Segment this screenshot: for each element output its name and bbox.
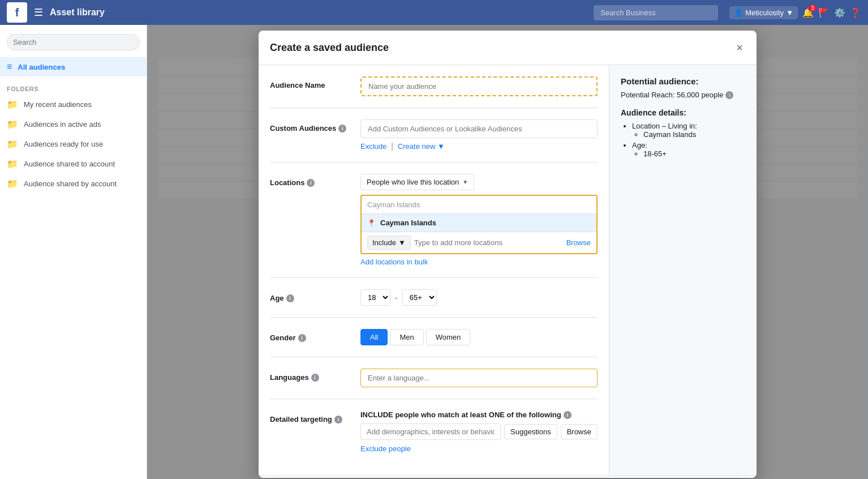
fb-logo: f xyxy=(7,2,27,23)
location-add-row: Include ▼ Browse xyxy=(362,232,596,253)
sidebar-item-ready[interactable]: 📁 Audiences ready for use xyxy=(0,134,147,154)
modal-header: Create a saved audience × xyxy=(259,31,757,65)
shared-by-icon: 📁 xyxy=(7,178,18,189)
notifications-icon[interactable]: 🔔 3 xyxy=(802,7,814,18)
gender-men-button[interactable]: Men xyxy=(390,329,423,345)
age-label: Age i xyxy=(270,294,360,302)
top-search-input[interactable] xyxy=(594,5,718,20)
gender-label-col: Gender i xyxy=(270,329,360,345)
locations-label-col: Locations i xyxy=(270,174,360,266)
folders-section: FOLDERS 📁 My recent audiences 📁 Audience… xyxy=(0,81,147,194)
audience-detail-location: Location – Living in: Cayman Islands xyxy=(632,122,745,139)
custom-audiences-label-col: Custom Audiences i xyxy=(270,119,360,151)
languages-info-icon[interactable]: i xyxy=(311,374,319,382)
sidebar-item-shared-to[interactable]: 📁 Audience shared to account xyxy=(0,154,147,174)
flag-icon[interactable]: 🚩 xyxy=(818,7,830,18)
top-nav: f ☰ Asset library 👤 Meticulosity ▼ 🔔 3 🚩… xyxy=(0,0,868,25)
exclude-link[interactable]: Exclude xyxy=(360,142,386,151)
age-info-icon[interactable]: i xyxy=(286,294,294,302)
potential-reach: Potential Reach: 56,000 people i xyxy=(621,91,745,99)
languages-input[interactable] xyxy=(360,369,598,387)
audience-name-row: Audience Name xyxy=(270,76,598,108)
locations-info-icon[interactable]: i xyxy=(307,179,315,187)
location-type-input[interactable] xyxy=(414,238,563,247)
age-min-select[interactable]: 18 21 25 30 35 40 45 50 55 xyxy=(360,289,390,306)
age-separator: - xyxy=(395,293,398,302)
detailed-targeting-label-col: Detailed targeting i xyxy=(270,410,360,453)
detailed-targeting-field-col: INCLUDE people who match at least ONE of… xyxy=(360,410,598,453)
main-content: e Created Sharing 6/2018-- 6/2018-- 5/20… xyxy=(147,25,868,479)
custom-audiences-input[interactable] xyxy=(360,119,598,138)
location-search-input-display: Cayman Islands xyxy=(362,196,596,214)
locations-label: Locations i xyxy=(270,178,360,187)
account-selector[interactable]: 👤 Meticulosity ▼ xyxy=(729,6,798,19)
location-search-box: Cayman Islands 📍 Cayman Islands Include xyxy=(360,195,598,254)
shared-to-icon: 📁 xyxy=(7,159,18,169)
sidebar-item-recent[interactable]: 📁 My recent audiences xyxy=(0,95,147,114)
languages-field-col xyxy=(360,369,598,387)
modal-close-button[interactable]: × xyxy=(734,40,745,55)
potential-audience-title: Potential audience: xyxy=(621,76,745,86)
help-icon[interactable]: ❓ xyxy=(850,7,861,18)
location-type-dropdown[interactable]: People who live this location ▼ xyxy=(360,174,474,190)
audience-details-title: Audience details: xyxy=(621,108,745,117)
suggestions-button[interactable]: Suggestions xyxy=(504,424,557,439)
age-row: Age i 18 21 25 30 xyxy=(270,289,598,318)
include-label: Include xyxy=(372,238,396,247)
custom-audiences-row: Custom Audiences i Exclude | xyxy=(270,119,598,162)
dt-input-wrap xyxy=(360,424,501,440)
all-audiences-icon: ≡ xyxy=(7,62,12,72)
detailed-targeting-info-icon[interactable]: i xyxy=(334,416,342,424)
age-controls: 18 21 25 30 35 40 45 50 55 xyxy=(360,289,598,306)
gender-label: Gender i xyxy=(270,333,360,342)
sidebar-search-input[interactable] xyxy=(7,34,140,50)
account-avatar: 👤 xyxy=(734,8,743,17)
detailed-targeting-input[interactable] xyxy=(361,424,500,439)
languages-label-col: Languages i xyxy=(270,369,360,387)
exclude-people-link[interactable]: Exclude people xyxy=(360,444,411,453)
dt-include-info-icon[interactable]: i xyxy=(564,411,571,419)
location-result-item[interactable]: 📍 Cayman Islands xyxy=(362,214,596,232)
detailed-browse-button[interactable]: Browse xyxy=(561,424,598,439)
potential-reach-info-icon[interactable]: i xyxy=(725,91,733,99)
pin-icon: 📍 xyxy=(367,219,376,227)
account-dropdown-icon: ▼ xyxy=(786,8,793,17)
languages-label: Languages i xyxy=(270,373,360,382)
audience-name-input[interactable] xyxy=(360,76,598,96)
folders-title: FOLDERS xyxy=(0,81,147,95)
create-new-link[interactable]: Create new ▼ xyxy=(398,142,445,151)
custom-audiences-field-col: Exclude | Create new ▼ xyxy=(360,119,598,151)
detailed-targeting-row: Detailed targeting i INCLUDE people who … xyxy=(270,410,598,464)
location-browse-button[interactable]: Browse xyxy=(566,238,591,247)
modal-overlay: Create a saved audience × Audience Name xyxy=(147,25,868,479)
bulk-locations-link[interactable]: Add locations in bulk xyxy=(360,258,428,266)
dt-include-text: INCLUDE people who match at least ONE of… xyxy=(360,410,598,419)
custom-audiences-label: Custom Audiences i xyxy=(270,124,360,132)
gender-row: Gender i All Men Women xyxy=(270,329,598,357)
main-layout: ≡ All audiences FOLDERS 📁 My recent audi… xyxy=(0,25,868,479)
detailed-targeting-controls: Suggestions Browse xyxy=(360,424,598,440)
audience-name-label: Audience Name xyxy=(270,81,360,89)
locations-field-col: People who live this location ▼ Cayman I… xyxy=(360,174,598,266)
custom-audiences-info-icon[interactable]: i xyxy=(338,125,346,132)
include-dropdown-icon: ▼ xyxy=(398,238,406,247)
gender-info-icon[interactable]: i xyxy=(298,334,306,342)
nav-icons: 👤 Meticulosity ▼ 🔔 3 🚩 ⚙️ ❓ xyxy=(729,6,861,19)
sidebar: ≡ All audiences FOLDERS 📁 My recent audi… xyxy=(0,25,147,479)
age-max-select[interactable]: 65+ 18 21 25 30 35 40 45 50 xyxy=(402,289,437,306)
ca-actions: Exclude | Create new ▼ xyxy=(360,142,598,151)
app-title: Asset library xyxy=(50,7,105,18)
location-dropdown-icon: ▼ xyxy=(462,179,468,185)
gender-women-button[interactable]: Women xyxy=(426,329,471,345)
create-new-dropdown-icon: ▼ xyxy=(437,142,445,151)
hamburger-menu[interactable]: ☰ xyxy=(34,6,43,19)
sidebar-item-shared-by[interactable]: 📁 Audience shared by account xyxy=(0,174,147,194)
sidebar-item-all-audiences[interactable]: ≡ All audiences xyxy=(0,57,147,76)
include-dropdown[interactable]: Include ▼ xyxy=(367,236,411,250)
gender-all-button[interactable]: All xyxy=(360,329,388,345)
recent-icon: 📁 xyxy=(7,99,18,110)
sidebar-item-active-ads[interactable]: 📁 Audiences in active ads xyxy=(0,114,147,134)
audience-name-field-col xyxy=(360,76,598,96)
settings-icon[interactable]: ⚙️ xyxy=(834,7,845,18)
gender-field-col: All Men Women xyxy=(360,329,598,345)
